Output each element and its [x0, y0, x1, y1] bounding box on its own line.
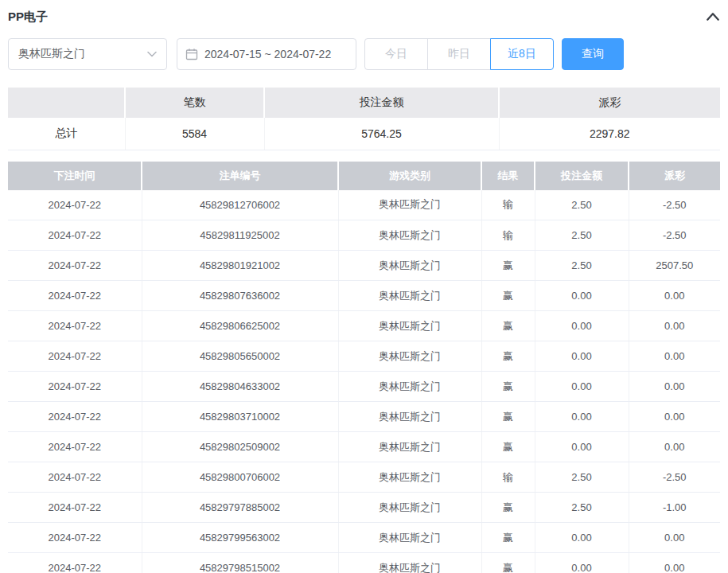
table-row: 2024-07-22 45829801921002 奥林匹斯之门 赢 2.50 … [8, 251, 720, 281]
date-range-value: 2024-07-15 ~ 2024-07-22 [204, 48, 331, 60]
bet-time-cell: 2024-07-22 [8, 220, 142, 251]
last-8-days-button[interactable]: 近8日 [490, 38, 554, 70]
table-row: 2024-07-22 45829804633002 奥林匹斯之门 赢 0.00 … [8, 372, 720, 402]
bet-time-cell: 2024-07-22 [8, 462, 142, 493]
order-id-cell: 45829811925002 [142, 220, 338, 251]
order-id-cell: 45829797885002 [142, 493, 338, 523]
table-row: 2024-07-22 45829800706002 奥林匹斯之门 输 2.50 … [8, 462, 720, 493]
bet-table-header-row: 下注时间 注单编号 游戏类别 结果 投注金额 派彩 [8, 162, 720, 190]
payout-cell: 0.00 [629, 341, 720, 372]
table-row: 2024-07-22 45829807636002 奥林匹斯之门 赢 0.00 … [8, 281, 720, 311]
summary-header-blank [8, 88, 125, 118]
search-button[interactable]: 查询 [562, 38, 624, 70]
bet-amount-cell: 2.50 [535, 190, 629, 220]
game-type-cell: 奥林匹斯之门 [338, 372, 481, 402]
game-type-cell: 奥林匹斯之门 [338, 402, 481, 432]
summary-header-bet-amount: 投注金额 [264, 88, 499, 118]
game-type-cell: 奥林匹斯之门 [338, 251, 481, 281]
table-row: 2024-07-22 45829812706002 奥林匹斯之门 输 2.50 … [8, 190, 720, 220]
order-id-cell: 45829807636002 [142, 281, 338, 311]
order-id-cell: 45829798515002 [142, 553, 338, 573]
bet-time-cell: 2024-07-22 [8, 523, 142, 553]
bet-amount-cell: 0.00 [535, 553, 629, 573]
order-id-cell: 45829806625002 [142, 311, 338, 341]
result-cell: 输 [481, 190, 535, 220]
bet-table-body: 2024-07-22 45829812706002 奥林匹斯之门 输 2.50 … [8, 190, 720, 573]
bet-time-cell: 2024-07-22 [8, 251, 142, 281]
game-select-value: 奥林匹斯之门 [18, 47, 85, 61]
result-cell: 赢 [481, 281, 535, 311]
payout-cell: 0.00 [629, 281, 720, 311]
yesterday-button[interactable]: 昨日 [427, 38, 491, 70]
result-cell: 赢 [481, 432, 535, 462]
payout-cell: -2.50 [629, 190, 720, 220]
bet-amount-cell: 0.00 [535, 523, 629, 553]
result-cell: 赢 [481, 372, 535, 402]
summary-total-row: 总计 5584 5764.25 2297.82 [8, 118, 720, 150]
bet-amount-cell: 0.00 [535, 341, 629, 372]
bet-amount-cell: 0.00 [535, 372, 629, 402]
game-type-cell: 奥林匹斯之门 [338, 341, 481, 372]
order-id-cell: 45829805650002 [142, 341, 338, 372]
game-select[interactable]: 奥林匹斯之门 [8, 38, 167, 70]
col-payout: 派彩 [629, 162, 720, 190]
payout-cell: -2.50 [629, 462, 720, 493]
date-range-input[interactable]: 2024-07-15 ~ 2024-07-22 [177, 38, 356, 70]
collapse-button[interactable] [706, 11, 720, 22]
result-cell: 赢 [481, 311, 535, 341]
filter-bar: 奥林匹斯之门 2024-07-15 ~ 2024-07-22 今日 昨日 近8日… [8, 38, 720, 70]
order-id-cell: 45829802509002 [142, 432, 338, 462]
bet-amount-cell: 2.50 [535, 220, 629, 251]
bet-records-table: 下注时间 注单编号 游戏类别 结果 投注金额 派彩 2024-07-22 458… [8, 162, 720, 573]
col-bet-amount: 投注金额 [535, 162, 629, 190]
col-game-type: 游戏类别 [338, 162, 481, 190]
payout-cell: 0.00 [629, 311, 720, 341]
quick-range-group: 今日 昨日 近8日 [364, 38, 554, 70]
panel-header: PP电子 [8, 0, 720, 32]
bet-amount-cell: 0.00 [535, 281, 629, 311]
order-id-cell: 45829800706002 [142, 462, 338, 493]
bet-time-cell: 2024-07-22 [8, 372, 142, 402]
page-title: PP电子 [8, 10, 48, 25]
bet-time-cell: 2024-07-22 [8, 432, 142, 462]
bet-time-cell: 2024-07-22 [8, 493, 142, 523]
game-type-cell: 奥林匹斯之门 [338, 523, 481, 553]
summary-total-label: 总计 [8, 118, 125, 150]
game-type-cell: 奥林匹斯之门 [338, 553, 481, 573]
table-row: 2024-07-22 45829803710002 奥林匹斯之门 赢 0.00 … [8, 402, 720, 432]
table-row: 2024-07-22 45829797885002 奥林匹斯之门 赢 2.50 … [8, 493, 720, 523]
result-cell: 赢 [481, 523, 535, 553]
payout-cell: 0.00 [629, 523, 720, 553]
payout-cell: 0.00 [629, 432, 720, 462]
result-cell: 赢 [481, 402, 535, 432]
bet-amount-cell: 2.50 [535, 493, 629, 523]
order-id-cell: 45829803710002 [142, 402, 338, 432]
order-id-cell: 45829799563002 [142, 523, 338, 553]
result-cell: 赢 [481, 553, 535, 573]
col-result: 结果 [481, 162, 535, 190]
table-row: 2024-07-22 45829798515002 奥林匹斯之门 赢 0.00 … [8, 553, 720, 573]
bet-time-cell: 2024-07-22 [8, 281, 142, 311]
chevron-up-icon [706, 11, 720, 22]
bet-time-cell: 2024-07-22 [8, 311, 142, 341]
payout-cell: 0.00 [629, 553, 720, 573]
order-id-cell: 45829801921002 [142, 251, 338, 281]
bet-amount-cell: 0.00 [535, 402, 629, 432]
bet-amount-cell: 0.00 [535, 432, 629, 462]
result-cell: 赢 [481, 493, 535, 523]
table-row: 2024-07-22 45829811925002 奥林匹斯之门 输 2.50 … [8, 220, 720, 251]
bet-time-cell: 2024-07-22 [8, 341, 142, 372]
table-row: 2024-07-22 45829806625002 奥林匹斯之门 赢 0.00 … [8, 311, 720, 341]
bet-amount-cell: 0.00 [535, 311, 629, 341]
today-button[interactable]: 今日 [364, 38, 428, 70]
summary-header-payout: 派彩 [499, 88, 720, 118]
bet-time-cell: 2024-07-22 [8, 190, 142, 220]
payout-cell: 2507.50 [629, 251, 720, 281]
pp-electronic-panel: PP电子 奥林匹斯之门 2024-07-15 ~ 2024-07-22 今日 [0, 0, 728, 573]
col-bet-time: 下注时间 [8, 162, 142, 190]
game-type-cell: 奥林匹斯之门 [338, 432, 481, 462]
summary-header-row: 笔数 投注金额 派彩 [8, 88, 720, 118]
calendar-icon [185, 48, 198, 60]
game-type-cell: 奥林匹斯之门 [338, 462, 481, 493]
summary-table: 笔数 投注金额 派彩 总计 5584 5764.25 2297.82 [8, 88, 720, 150]
